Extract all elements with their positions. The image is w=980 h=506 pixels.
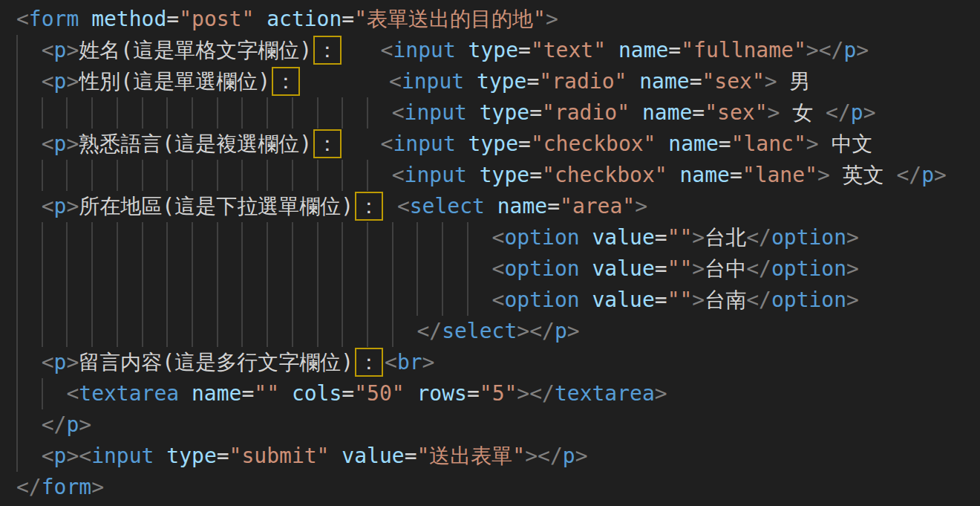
code-token-attr: type [468, 132, 518, 156]
code-line-content: <p>熟悉語言(這是複選欄位)： <input type="checkbox" … [16, 132, 873, 156]
code-token-tag: option [504, 225, 579, 250]
code-token-txt: 熟悉語言(這是複選欄位) [79, 132, 312, 156]
code-token-tag: input [393, 132, 455, 156]
code-token-pun: < [492, 288, 505, 312]
code-line[interactable]: </select></p> [16, 316, 980, 347]
code-token-txt [385, 194, 397, 218]
code-token-str: "radio" [542, 100, 630, 125]
code-token-attr: name [618, 38, 668, 62]
code-line[interactable]: <form method="post" action="表單送出的目的地"> [16, 4, 980, 35]
code-token-pun: > [66, 69, 79, 94]
code-token-pun: > [692, 288, 705, 312]
code-line[interactable]: <input type="checkbox" name="lane"> 英文 <… [16, 160, 980, 191]
code-editor[interactable]: <form method="post" action="表單送出的目的地"> <… [0, 0, 980, 506]
code-token-pun: < [16, 7, 29, 31]
code-token-eq: = [690, 69, 702, 94]
code-token-attr: type [480, 100, 529, 125]
code-token-txt [16, 412, 42, 437]
code-token-pun: </ [746, 225, 771, 250]
code-line-content: <p>姓名(這是單格文字欄位)： <input type="text" name… [16, 38, 869, 62]
code-token-eq: = [166, 7, 179, 31]
code-token-tag: input [393, 38, 455, 62]
code-token-eq: = [692, 100, 705, 125]
code-line[interactable]: <input type="radio" name="sex"> 女 </p> [16, 97, 980, 129]
code-line-content: <textarea name="" cols="50" rows="5"></t… [16, 381, 667, 406]
code-token-pun: > [846, 225, 859, 250]
code-token-str: "送出表單" [416, 444, 525, 468]
code-token-txt [154, 444, 166, 468]
code-token-eq: = [342, 381, 354, 406]
code-token-pun: < [389, 69, 402, 94]
code-token-pun: </ [826, 100, 851, 125]
code-token-pun: ></ [525, 444, 563, 468]
code-token-tag: option [771, 288, 846, 312]
code-token-txt [179, 381, 192, 406]
code-token-txt [485, 194, 497, 218]
code-token-pun: > [863, 100, 876, 125]
code-token-txt [667, 163, 680, 187]
code-token-pun: > [546, 7, 558, 31]
code-token-pun: > [692, 225, 705, 250]
code-line-content: <p>性別(這是單選欄位)： <input type="radio" name=… [16, 69, 811, 94]
code-token-str: "post" [179, 7, 254, 31]
code-token-txt [580, 256, 592, 281]
code-token-attr: type [166, 444, 216, 468]
code-token-pun: > [79, 412, 91, 437]
ambiguous-unicode-highlight: ： [272, 67, 300, 96]
code-token-txt: 台中 [705, 256, 746, 281]
code-token-pun: </ [416, 319, 442, 343]
code-line[interactable]: <p><input type="submit" value="送出表單"></p… [16, 441, 980, 472]
code-token-eq: = [467, 381, 480, 406]
code-token-pun: > [846, 256, 859, 281]
code-line[interactable]: <option value="">台中</option> [16, 253, 980, 285]
code-token-pun: > [765, 69, 777, 94]
code-token-txt [16, 194, 42, 218]
code-token-txt: 中文 [819, 132, 873, 156]
code-line[interactable]: <p>姓名(這是單格文字欄位)： <input type="text" name… [16, 35, 980, 66]
code-token-pun: ></ [517, 381, 555, 406]
code-line-content: <p>所在地區(這是下拉選單欄位)： <select name="area"> [16, 194, 647, 218]
code-line[interactable]: </p> [16, 409, 980, 441]
code-token-txt [16, 100, 392, 125]
code-token-txt [580, 288, 592, 312]
code-token-attr: method [91, 7, 166, 31]
code-token-attr: type [477, 69, 526, 94]
code-line[interactable]: <p>所在地區(這是下拉選單欄位)： <select name="area"> [16, 191, 980, 222]
code-line[interactable]: </form> [16, 472, 980, 503]
code-token-txt [16, 163, 392, 187]
code-token-txt: 台北 [705, 225, 746, 250]
code-token-txt: 英文 [830, 163, 897, 187]
code-token-txt [467, 163, 480, 187]
code-token-tag: form [29, 7, 79, 31]
code-token-eq: = [342, 7, 354, 31]
code-line[interactable]: <option value="">台北</option> [16, 222, 980, 253]
code-token-pun: </ [42, 412, 67, 437]
code-token-pun: </ [746, 256, 771, 281]
code-token-txt [301, 69, 389, 94]
code-token-txt: 留言内容(這是多行文字欄位) [79, 350, 353, 374]
code-token-tag: p [54, 132, 67, 156]
code-line[interactable]: <p>性別(這是單選欄位)： <input type="radio" name=… [16, 66, 980, 97]
code-token-pun: < [42, 38, 54, 62]
code-token-pun: > [817, 163, 830, 187]
code-token-tag: p [851, 100, 863, 125]
code-line[interactable]: <textarea name="" cols="50" rows="5"></t… [16, 378, 980, 409]
code-token-pun: </ [16, 475, 42, 499]
code-line[interactable]: <p>熟悉語言(這是複選欄位)： <input type="checkbox" … [16, 129, 980, 160]
code-token-txt [16, 69, 42, 94]
code-token-eq: = [730, 163, 742, 187]
code-token-pun: < [42, 69, 54, 94]
code-token-txt: 台南 [705, 288, 746, 312]
code-line-content: </p> [16, 412, 91, 437]
code-token-pun: < [42, 132, 54, 156]
code-token-tag: input [405, 100, 467, 125]
code-token-pun: > [422, 350, 435, 374]
code-line[interactable]: <option value="">台南</option> [16, 285, 980, 316]
code-token-pun: < [397, 194, 410, 218]
code-token-tag: select [442, 319, 517, 343]
code-token-str: "text" [531, 38, 606, 62]
code-token-txt [16, 288, 492, 312]
code-token-attr: name [192, 381, 241, 406]
code-line[interactable]: <p>留言内容(這是多行文字欄位)：<br> [16, 347, 980, 378]
code-token-attr: name [639, 69, 689, 94]
